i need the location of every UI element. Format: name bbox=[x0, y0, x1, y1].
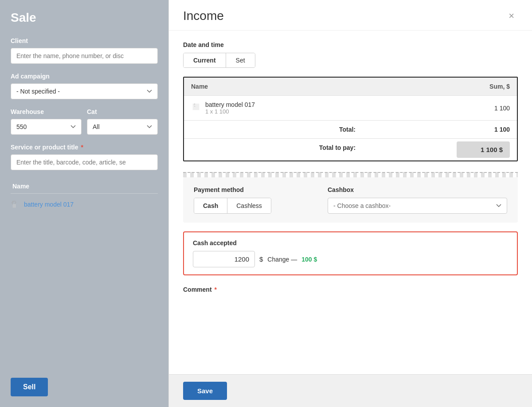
warehouse-select[interactable]: 550 bbox=[11, 119, 82, 135]
required-star: * bbox=[81, 144, 83, 151]
cash-button[interactable]: Cash bbox=[194, 198, 227, 213]
client-input[interactable] bbox=[11, 48, 158, 64]
category-select[interactable]: All bbox=[87, 119, 158, 135]
income-modal: Income × Date and time Current Set Name … bbox=[168, 0, 532, 407]
warehouse-label: Warehouse bbox=[11, 108, 82, 115]
modal-title: Income bbox=[183, 9, 224, 23]
total-pay-row: Total to pay: 1 100 $ bbox=[184, 139, 517, 161]
puzzle-icon bbox=[11, 200, 20, 210]
change-amount: 100 $ bbox=[301, 256, 317, 263]
comment-section: Comment * bbox=[183, 286, 518, 293]
svg-rect-0 bbox=[13, 204, 16, 207]
total-row: Total: 1 100 bbox=[184, 121, 517, 139]
sidebar-table-header: Name bbox=[11, 179, 158, 194]
cashless-button[interactable]: Cashless bbox=[227, 198, 271, 213]
cash-accepted-input[interactable] bbox=[193, 251, 255, 267]
payment-section: Payment method Cash Cashless Cashbox - C… bbox=[183, 177, 518, 223]
cash-accepted-label: Cash accepted bbox=[193, 239, 508, 247]
total-label: Total: bbox=[184, 121, 363, 139]
cashbox-select[interactable]: - Choose a cashbox- bbox=[328, 198, 507, 214]
modal-header: Income × bbox=[169, 0, 532, 31]
modal-footer: Save bbox=[169, 374, 532, 407]
dollar-sign: $ bbox=[259, 255, 263, 263]
receipt-product-qty: 1 x 1 100 bbox=[205, 108, 255, 115]
svg-rect-1 bbox=[193, 104, 200, 110]
modal-body: Date and time Current Set Name Sum, $ bbox=[169, 31, 532, 374]
cashbox-label: Cashbox bbox=[328, 186, 507, 193]
payment-btn-group: Cash Cashless bbox=[194, 198, 271, 214]
save-button[interactable]: Save bbox=[183, 382, 227, 400]
close-button[interactable]: × bbox=[505, 9, 518, 23]
product-search-input[interactable] bbox=[11, 154, 158, 170]
date-time-btn-group: Current Set bbox=[183, 53, 255, 68]
sell-button[interactable]: Sell bbox=[11, 378, 48, 396]
sidebar-product-row: battery model 017 bbox=[11, 197, 158, 211]
receipt-product-name: battery model 017 bbox=[205, 101, 255, 108]
change-text: Change — bbox=[267, 256, 297, 263]
date-time-label: Date and time bbox=[183, 41, 518, 48]
sidebar-product-name[interactable]: battery model 017 bbox=[24, 201, 74, 208]
sidebar-name-col: Name bbox=[12, 183, 29, 190]
set-button[interactable]: Set bbox=[226, 53, 255, 67]
client-label: Client bbox=[11, 37, 158, 44]
product-row: battery model 017 1 x 1 100 1 100 bbox=[184, 96, 517, 121]
product-title-label: Service or product title * bbox=[11, 144, 158, 151]
cashbox-group: Cashbox - Choose a cashbox- bbox=[328, 186, 507, 214]
ad-campaign-label: Ad campaign bbox=[11, 73, 158, 80]
col-name-header: Name bbox=[184, 78, 363, 96]
col-sum-header: Sum, $ bbox=[363, 78, 517, 96]
payment-method-label: Payment method bbox=[194, 186, 313, 193]
total-value: 1 100 bbox=[363, 121, 517, 139]
receipt-container: Name Sum, $ bbox=[183, 77, 518, 161]
current-button[interactable]: Current bbox=[184, 53, 226, 67]
wavy-divider bbox=[183, 172, 518, 177]
comment-required-star: * bbox=[214, 286, 216, 293]
comment-label: Comment * bbox=[183, 286, 518, 293]
receipt-product-sum: 1 100 bbox=[363, 96, 517, 121]
payment-method-group: Payment method Cash Cashless bbox=[194, 186, 313, 214]
ad-campaign-select[interactable]: - Not specified - bbox=[11, 83, 158, 99]
category-label: Cat bbox=[87, 108, 158, 115]
total-pay-label: Total to pay: bbox=[184, 139, 363, 161]
receipt-puzzle-icon bbox=[191, 102, 201, 112]
cash-accepted-section: Cash accepted $ Change — 100 $ bbox=[183, 231, 518, 275]
total-pay-value: 1 100 $ bbox=[457, 141, 510, 158]
sidebar: Sale Client Ad campaign - Not specified … bbox=[0, 0, 168, 407]
receipt-table: Name Sum, $ bbox=[184, 78, 517, 160]
sale-title: Sale bbox=[11, 11, 158, 25]
